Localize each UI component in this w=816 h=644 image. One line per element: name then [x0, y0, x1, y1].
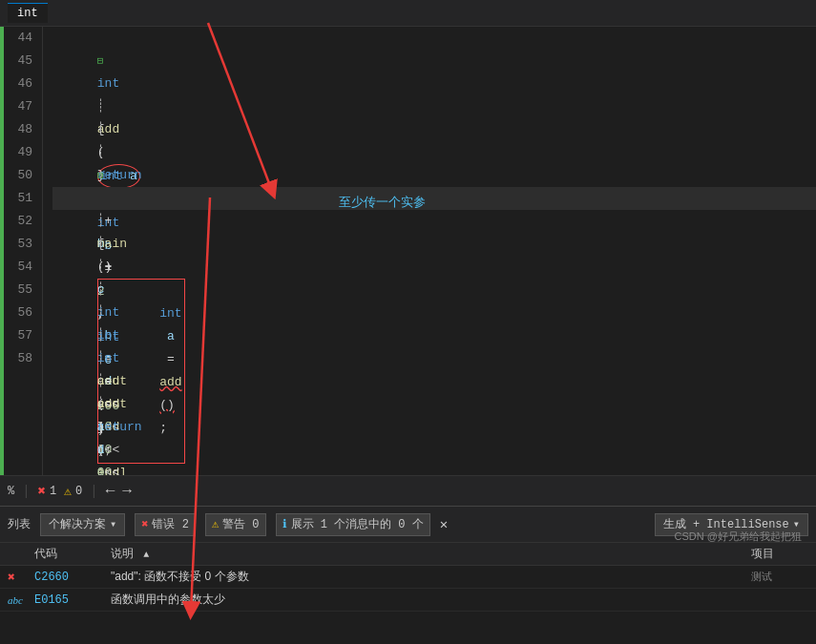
line-num-48: 48	[14, 118, 32, 141]
error-icon: ✖	[38, 483, 46, 499]
error-row-1-proj: 测试	[751, 570, 808, 584]
error-row-2-desc: 函数调用中的参数太少	[111, 592, 751, 608]
warning-filter-icon: ⚠	[212, 517, 219, 531]
line-num-55: 55	[14, 279, 32, 301]
code-line-52: ┊ int b = add ( 10 );	[52, 210, 816, 233]
line-num-53: 53	[14, 233, 32, 256]
tab-active[interactable]: int	[8, 3, 48, 23]
line-num-51: 51	[14, 187, 32, 210]
code-line-56: ┊ cout << d << endl ;	[52, 301, 816, 324]
warning-indicator[interactable]: ⚠ 0	[64, 484, 82, 499]
percent-label: %	[8, 485, 14, 498]
percent-indicator[interactable]: %	[8, 485, 14, 498]
line-num-52: 52	[14, 210, 32, 233]
annotation-text: 至少传一个实参	[339, 194, 426, 211]
error-icon-1: ✖	[8, 571, 15, 585]
bottom-toolbar: % | ✖ 1 ⚠ 0 | ← →	[0, 475, 816, 506]
line-num-57: 57	[14, 324, 32, 347]
watermark: CSDN @好兄弟给我起把狙	[675, 530, 802, 544]
error-indicator[interactable]: ✖ 1	[38, 483, 57, 499]
code-line-54: ┊ int d = add ( 10 , 20 , 30 );	[52, 256, 816, 279]
line-num-54: 54	[14, 256, 32, 279]
line-num-58: 58	[14, 347, 32, 370]
error-row-1[interactable]: ✖ C2660 "add": 函数不接受 0 个参数 测试	[0, 566, 816, 589]
code-line-55: ┊ cout << a << endl << b << endl << c <<…	[52, 279, 816, 301]
error-count: 1	[50, 485, 56, 498]
line-num-56: 56	[14, 301, 32, 324]
line-num-49: 49	[14, 141, 32, 164]
line-num-47: 47	[14, 95, 32, 118]
error-row-1-icon: ✖	[8, 570, 34, 585]
code-line-44: ⊟ int add ( int a , int b = 2 , int c = …	[52, 27, 816, 50]
filter-icon: ✕	[440, 516, 448, 532]
code-line-57: ┊ return 0 ;	[52, 324, 816, 347]
line-num-45: 45	[14, 50, 32, 73]
forward-arrow-button[interactable]: →	[122, 483, 132, 500]
code-line-50: ┊ {	[52, 164, 816, 187]
error-btn-label: 错误 2	[152, 516, 188, 532]
warning-icon: ⚠	[64, 484, 72, 499]
editor-area: 44 45 46 47 48 49 50 51 52 53 54 55 56 5…	[0, 27, 816, 475]
error-panel-title: 列表	[8, 516, 31, 532]
error-filter-button[interactable]: ✖ 错误 2	[135, 513, 196, 536]
error-row-2-code: E0165	[34, 593, 111, 607]
code-line-48	[52, 118, 816, 141]
abc-icon: abc	[8, 594, 23, 606]
error-table-header: 代码 说明 ▲ 项目	[0, 543, 816, 566]
line-numbers: 44 45 46 47 48 49 50 51 52 53 54 55 56 5…	[0, 27, 43, 475]
info-filter-icon: ℹ	[282, 517, 287, 531]
code-line-46: ┊ return a + b + c ;	[52, 73, 816, 95]
error-row-1-desc: "add": 函数不接受 0 个参数	[111, 569, 751, 585]
info-filter-button[interactable]: ℹ 展示 1 个消息中的 0 个	[276, 513, 430, 536]
warn-btn-label: 警告 0	[222, 516, 259, 532]
code-line-58: ┊ }	[52, 347, 816, 370]
tab-bar: int	[0, 0, 816, 27]
line-num-46: 46	[14, 73, 32, 95]
filter-label: 个解决方案	[49, 516, 106, 532]
line-num-44: 44	[14, 27, 32, 50]
error-row-1-code: C2660	[34, 571, 111, 584]
tab-label: int	[17, 7, 38, 20]
error-panel: 列表 个解决方案 ▾ ✖ 错误 2 ⚠ 警告 0 ℹ 展示 1 个消息中的 0 …	[0, 506, 816, 639]
code-line-53: ┊ int c = add ( 10 , 20 );	[52, 233, 816, 256]
code-line-49: ⊟ int main ()	[52, 141, 816, 164]
error-filter-icon: ✖	[141, 517, 148, 531]
col-header-proj: 项目	[751, 546, 808, 562]
warning-filter-button[interactable]: ⚠ 警告 0	[205, 513, 266, 536]
back-arrow-button[interactable]: ←	[106, 483, 115, 500]
green-gutter-bar	[0, 27, 4, 475]
warning-count: 0	[75, 485, 82, 498]
code-line-51: ┊ int a = add () ;	[52, 187, 816, 210]
error-row-2[interactable]: abc E0165 函数调用中的参数太少	[0, 589, 816, 612]
error-rows: ✖ C2660 "add": 函数不接受 0 个参数 测试 abc E0165 …	[0, 566, 816, 612]
col-header-code: 代码	[34, 546, 111, 562]
line-num-50: 50	[14, 164, 32, 187]
code-line-47: ┊ }	[52, 95, 816, 118]
dropdown-arrow-icon: ▾	[110, 517, 116, 531]
code-line-45: ┊ {	[52, 50, 816, 73]
info-btn-label: 展示 1 个消息中的 0 个	[291, 516, 424, 532]
error-row-2-icon: abc	[8, 592, 34, 608]
code-content[interactable]: ⊟ int add ( int a , int b = 2 , int c = …	[43, 27, 816, 475]
col-header-desc: 说明 ▲	[111, 546, 751, 562]
filter-dropdown[interactable]: 个解决方案 ▾	[40, 513, 125, 536]
